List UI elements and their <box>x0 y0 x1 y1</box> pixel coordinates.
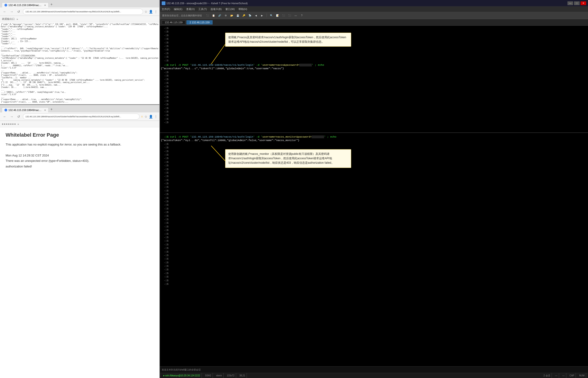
toolbar-btn-7[interactable]: 🔑 <box>241 13 247 18</box>
toolbar-btn-16[interactable]: ? <box>299 13 305 18</box>
xshell-toolbar: 要添加当前会话，点击左侧的额外按钮 ⬛ 📋 🔗 ⚙ 📂 💾 🔑 📡 ◀ ▶ | … <box>160 12 588 19</box>
xshell-statusbar: ● ssh://bkaoyu@10.20.34.124:2222 SSH2 xt… <box>160 373 588 378</box>
bookmark-icon-top[interactable]: ☆ <box>144 10 147 14</box>
browser-tab-top[interactable]: 132.46.115.159:18849/nacos... ✕ <box>2 2 49 7</box>
xshell-title: 132.46.115.159 - sinova@node159:~ - Xshe… <box>166 2 567 5</box>
favicon-bottom <box>4 109 7 111</box>
tab-close-bottom[interactable]: ✕ <box>44 109 46 111</box>
term-lower-blank-25: -|$ <box>161 229 587 232</box>
term-lower-blank-28: -|$ <box>161 239 587 243</box>
session-tab-2[interactable]: 2 132.46.115.159 <box>186 20 212 25</box>
toolbar-btn-9[interactable]: ◀ <box>253 13 259 18</box>
menu-edit[interactable]: 编辑(E) <box>174 7 182 11</box>
refresh-button-top[interactable]: ↺ <box>16 9 21 14</box>
toolbar-btn-14[interactable]: ⬛ <box>287 13 292 18</box>
profile-icon-bottom[interactable]: 👤 <box>149 115 153 119</box>
xterm-label: xterm <box>216 374 222 377</box>
forward-button-top[interactable]: → <box>9 9 14 14</box>
toolbar-btn-12[interactable]: 📝 <box>275 13 280 18</box>
menu-view[interactable]: 查看(V) <box>186 7 195 11</box>
expand-icon[interactable]: » <box>16 18 18 21</box>
toolbar-btn-5[interactable]: 📂 <box>229 13 235 18</box>
term-lower-blank-31: -|$ <box>161 250 587 254</box>
menu-tools[interactable]: 工具(T) <box>198 7 207 11</box>
terminal-area[interactable]: -|$ -|$ -|$ -|$ -|$ -|$ -|$ -|$ -|$ -|$ … <box>160 26 588 373</box>
term-lower-blank-11: -|$ <box>161 178 587 182</box>
term-lower-blank-2: -|$ <box>161 146 587 149</box>
bookmark-bar-bottom: ■ ■ ■ ■ ■ ■ ■ » <box>0 121 159 127</box>
upper-terminal: -|$ -|$ -|$ -|$ -|$ -|$ -|$ -|$ -|$ -|$ … <box>160 26 588 133</box>
new-tab-button-bottom[interactable]: + <box>49 106 54 112</box>
minimize-button[interactable]: — <box>567 1 573 5</box>
term-blank-6: -|$ <box>161 89 587 92</box>
term-lower-blank-29: -|$ <box>161 243 587 246</box>
address-input-bottom[interactable] <box>23 114 140 120</box>
term-lower-blank-12: -|$ <box>161 182 587 185</box>
term-lower-blank-18: -|$ <box>161 203 587 207</box>
term-blank-7: -|$ <box>161 92 587 96</box>
new-tab-button-top[interactable]: + <box>49 1 54 7</box>
toolbar-btn-11[interactable]: 🔍 <box>268 13 274 18</box>
term-cmd-1: -|$ curl -X POST '132.46.115.159:18849/n… <box>161 63 587 67</box>
toolbar-btn-3[interactable]: 🔗 <box>217 13 222 18</box>
maximize-button[interactable]: □ <box>574 1 580 5</box>
status-cap: CAP <box>568 373 576 378</box>
menu-help[interactable]: 帮助(H) <box>238 7 247 11</box>
term-blank-5: -|$ <box>161 85 587 88</box>
browser-content-top: {"code":0,"message":"success","data":{"[… <box>0 22 159 104</box>
term-history-6: -|$ <box>161 44 587 48</box>
connection-icon: ● <box>163 374 165 377</box>
tab-close-top[interactable]: ✕ <box>44 4 46 7</box>
term-lower-blank-24: -|$ <box>161 225 587 229</box>
term-blank-10: -|$ <box>161 103 587 106</box>
term-blank-12: -|$ <box>161 110 587 114</box>
term-lower-blank-39: -|$ <box>161 279 587 282</box>
term-lower-blank-21: -|$ <box>161 214 587 218</box>
toolbar-btn-15[interactable]: — <box>293 13 298 18</box>
back-button-bottom[interactable]: ← <box>2 114 7 119</box>
menu-icon-bottom[interactable]: ⋮ <box>154 115 157 119</box>
session-tab-1[interactable]: 132.46.115.159 <box>162 20 185 25</box>
term-blank-11: -|$ <box>161 107 587 110</box>
menu-file[interactable]: 文件(F) <box>162 7 170 11</box>
menu-window[interactable]: 窗口(W) <box>225 7 235 11</box>
terminal-content-lower[interactable]: -|$ curl -X POST '132.46.115.159:18849/n… <box>160 133 588 287</box>
toolbar-btn-1[interactable]: ⬛ <box>205 13 210 18</box>
toolbar-btn-13[interactable]: ⬛ <box>281 13 286 18</box>
term-lower-blank-9: -|$ <box>161 171 587 175</box>
term-lower-blank-38: -|$ <box>161 275 587 279</box>
xshell-sessions: 132.46.115.159 2 132.46.115.159 <box>160 19 588 26</box>
toolbar-btn-4[interactable]: ⚙ <box>223 13 228 18</box>
term-history-1: -|$ <box>161 27 587 30</box>
term-history-2: -|$ <box>161 30 587 34</box>
toolbar-btn-8[interactable]: 📡 <box>247 13 253 18</box>
toolbar-btn-6[interactable]: 💾 <box>235 13 240 18</box>
term-lower-blank-15: -|$ <box>161 193 587 196</box>
term-lower-blank-40: -|$ <box>161 282 587 286</box>
address-input-top[interactable] <box>23 9 143 15</box>
terminal-content-upper[interactable]: -|$ -|$ -|$ -|$ -|$ -|$ -|$ -|$ -|$ -|$ … <box>160 26 588 125</box>
refresh-button-bottom[interactable]: ↺ <box>16 114 21 119</box>
toolbar-btn-10[interactable]: ▶ <box>259 13 265 18</box>
forward-button-bottom[interactable]: → <box>9 114 14 119</box>
term-lower-blank-33: -|$ <box>161 257 587 261</box>
tab-bar-bottom: 132.46.115.159:18849/nacos... ✕ + <box>0 105 159 112</box>
close-button[interactable]: ✕ <box>581 1 586 5</box>
menu-icon-top[interactable]: ⋮ <box>154 10 157 14</box>
term-blank-15: -|$ <box>161 121 587 124</box>
favicon-top <box>4 4 7 7</box>
term-blank-13: -|$ <box>161 114 587 117</box>
expand-icon-bottom[interactable]: » <box>17 123 19 125</box>
error-line4: There was an unexpected error (type=Forb… <box>6 158 154 163</box>
error-content: Whitelabel Error Page This application h… <box>0 127 159 378</box>
terminal-input-bar: 发送文本到当前Xshell窗口的全部会话 <box>160 366 588 373</box>
toolbar-btn-2[interactable]: 📋 <box>211 13 216 18</box>
back-button-top[interactable]: ← <box>2 9 7 14</box>
term-lower-blank-10: -|$ <box>161 175 587 178</box>
profile-icon-top[interactable]: 👤 <box>149 10 153 14</box>
menu-tabs[interactable]: 选项卡(B) <box>210 7 222 11</box>
warning-icon: ⚠ <box>141 115 143 118</box>
term-lower-blank-14: -|$ <box>161 189 587 193</box>
bookmark-icon-bottom[interactable]: ☆ <box>144 115 147 119</box>
browser-tab-bottom[interactable]: 132.46.115.159:18849/nacos... ✕ <box>2 108 49 112</box>
